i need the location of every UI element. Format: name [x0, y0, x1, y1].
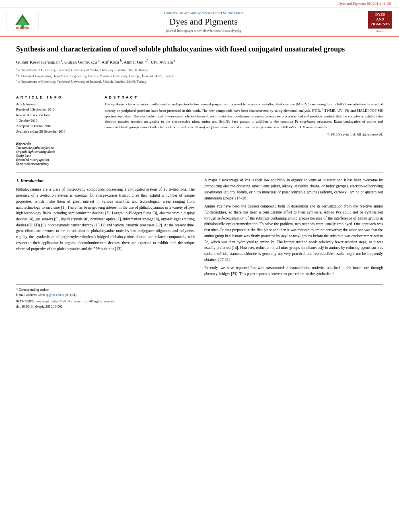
journal-header: ELSEVIER Contents lists available at Sci…: [0, 8, 399, 37]
journal-homepage: journal homepage: www.elsevier.com/locat…: [45, 29, 362, 33]
sciencedirect-text: Contents lists available at ScienceDirec…: [45, 11, 362, 15]
abstract-label: A B S T R A C T: [105, 95, 383, 99]
keyword-3: Schiff base: [16, 154, 31, 158]
issn-line: 0143-7208/$ – see front matter © 2010 El…: [16, 299, 383, 304]
svg-text:ELSEVIER: ELSEVIER: [16, 27, 29, 30]
article-title: Synthesis and characterization of novel …: [16, 45, 383, 54]
affiliations: a a Department of Chemistry, Technical U…: [16, 67, 383, 84]
body-col-left: 1. Introduction Phthalocyanines are a cl…: [16, 177, 195, 279]
journal-logo-right: DYESANDPIGMENTS elsevier: [366, 11, 394, 32]
footnote-email: E-mail address: ahmetg@itu.edu.tr (A. Gü…: [16, 292, 383, 298]
revised-date: 1 October 2010: [16, 118, 97, 124]
history-heading: Article history:: [16, 102, 97, 107]
journal-title: Dyes and Pigments: [45, 16, 362, 27]
keyword-1: Tetraamino phthalocyanine: [16, 146, 53, 150]
footnote-area: * Corresponding author. E-mail address: …: [16, 284, 383, 309]
elsevier-logo: ELSEVIER: [5, 11, 41, 32]
email-link[interactable]: ahmetg@itu.edu.tr: [38, 293, 64, 297]
journal-citation: Dyes and Pigments 90 (2011) 11–20: [0, 0, 399, 8]
footnote-corresponding: * Corresponding author.: [16, 287, 383, 292]
article-info-col: A R T I C L E I N F O Article history: R…: [16, 95, 97, 166]
abstract-col: A B S T R A C T The synthesis, character…: [105, 95, 383, 166]
doi-line: doi:10.1016/j.dyepig.2010.10.002: [16, 304, 383, 309]
available-date: Available online 28 December 2010: [16, 129, 97, 135]
keyword-2: Organic light emitting diode: [16, 150, 55, 154]
body-section: 1. Introduction Phthalocyanines are a cl…: [16, 177, 383, 279]
authors-line: Gülnur Keser Karaoğlan a, Gülşah Gümrükç…: [16, 59, 383, 64]
journal-center: Contents lists available at ScienceDirec…: [45, 11, 362, 33]
intro-para-1: Phthalocyanines are a class of macrocycl…: [16, 187, 195, 252]
article-info-label: A R T I C L E I N F O: [16, 95, 97, 99]
abstract-text: The synthesis, characterization, voltamm…: [105, 102, 383, 130]
intro-para-4: Recently, we have reported Pcs with unsa…: [204, 265, 383, 277]
header-divider: [16, 91, 383, 91]
keywords-label: Keywords:: [16, 142, 31, 146]
received-date: Received 8 September 2010: [16, 107, 97, 113]
article-content: Synthesis and characterization of novel …: [0, 37, 399, 317]
keywords-block: Keywords: Tetraamino phthalocyanine Orga…: [16, 138, 97, 166]
revised-label: Received in revised form: [16, 113, 97, 118]
intro-heading: 1. Introduction: [16, 177, 195, 184]
keyword-5: Spectroelectrochemistry: [16, 162, 49, 166]
accepted-date: Accepted 3 October 2010: [16, 123, 97, 129]
body-col-right: A major disadvantage of Pcs is their low…: [204, 177, 383, 279]
dyes-pigments-box: DYESANDPIGMENTS: [368, 11, 392, 28]
intro-para-2: A major disadvantage of Pcs is their low…: [204, 177, 383, 201]
article-meta-section: A R T I C L E I N F O Article history: R…: [16, 95, 383, 166]
article-history: Article history: Received 8 September 20…: [16, 102, 97, 135]
copyright-text: © 2010 Elsevier Ltd. All rights reserved…: [105, 132, 383, 136]
keyword-4: Extended π-conjugation: [16, 158, 49, 162]
body-divider: [16, 172, 383, 173]
intro-para-3: Amino Pcs have been the desired compound…: [204, 203, 383, 263]
